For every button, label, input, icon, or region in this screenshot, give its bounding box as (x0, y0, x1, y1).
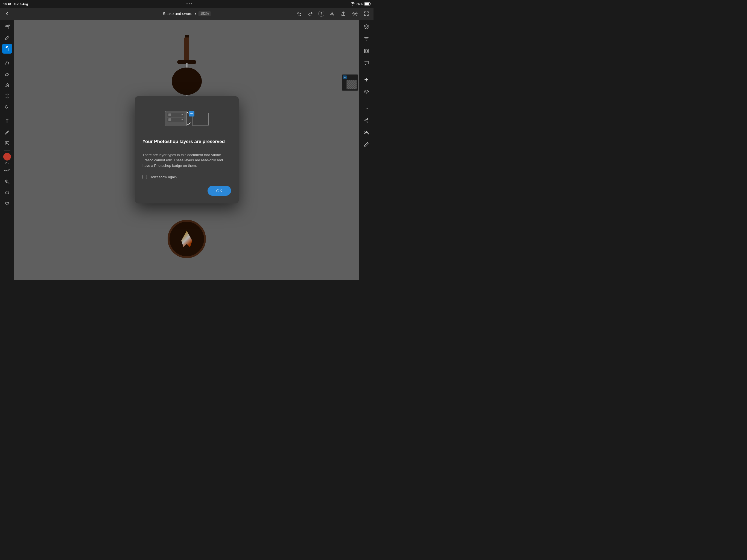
tool-transform[interactable] (2, 91, 12, 101)
dialog: fx fx (135, 96, 239, 204)
tool-pressure[interactable] (2, 166, 12, 176)
status-time: 18:48 (3, 2, 11, 6)
dialog-overlay: fx fx (14, 20, 359, 280)
tool-pen-bottom[interactable] (361, 139, 371, 149)
dot3 (191, 3, 192, 4)
canvas-area: fx fx (14, 20, 359, 280)
battery-fill (365, 3, 369, 5)
tool-fill[interactable] (2, 80, 12, 90)
settings-button[interactable] (351, 10, 359, 18)
status-right: 86% (351, 2, 370, 5)
tool-image[interactable] (2, 138, 12, 148)
tool-share-panel[interactable] (361, 116, 371, 125)
tool-comment[interactable] (361, 58, 371, 68)
status-bar: 18:48 Tue 8 Aug 86% (0, 0, 374, 8)
canvas-content: fx fx (14, 20, 359, 280)
back-button[interactable] (3, 10, 11, 18)
dot2 (189, 3, 190, 4)
svg-point-4 (8, 25, 10, 26)
svg-point-15 (365, 131, 366, 133)
share-button[interactable] (340, 10, 347, 18)
dialog-checkbox-row: Don't show again (143, 175, 231, 179)
redo-button[interactable] (307, 10, 314, 18)
tool-eraser[interactable] (2, 58, 12, 68)
separator-3 (4, 150, 10, 151)
tool-filters[interactable] (361, 34, 371, 44)
tool-lasso[interactable] (2, 102, 12, 112)
left-toolbar: T 2.5 (0, 20, 14, 280)
dont-show-again-checkbox[interactable] (143, 175, 147, 179)
tool-pixel-brush[interactable] (2, 22, 12, 32)
dialog-footer: OK (143, 186, 231, 196)
toolbar-right: ? (295, 10, 370, 18)
tool-visibility[interactable] (361, 87, 371, 97)
dialog-illustration: fx fx (143, 105, 231, 132)
zoom-level[interactable]: 152% (199, 11, 211, 16)
svg-rect-10 (365, 50, 367, 52)
tool-more-options[interactable]: ··· (361, 103, 371, 113)
toolbar-left (3, 10, 11, 18)
tool-add-layer[interactable] (361, 75, 371, 84)
svg-point-1 (354, 13, 356, 15)
undo-button[interactable] (295, 10, 303, 18)
fullscreen-button[interactable] (363, 10, 370, 18)
separator-1 (4, 56, 10, 56)
profile-button[interactable] (328, 10, 336, 18)
tool-pencil[interactable] (2, 33, 12, 43)
svg-point-0 (331, 12, 333, 14)
doc-title-chevron[interactable]: ▾ (195, 12, 196, 16)
layer-row-2: fx (168, 118, 184, 122)
top-toolbar: Snake and sword ▾ 152% ? (0, 8, 374, 20)
battery-percent: 86% (357, 2, 363, 5)
checker-board (192, 113, 209, 126)
svg-point-11 (366, 91, 367, 93)
right-separator-1 (363, 71, 370, 71)
status-time-date: 18:48 Tue 8 Aug (3, 1, 28, 6)
tool-liquify[interactable] (2, 187, 12, 198)
wifi-icon (351, 2, 355, 5)
color-swatch[interactable] (3, 153, 11, 160)
svg-rect-9 (364, 49, 368, 53)
layer-row-1: fx (168, 113, 184, 117)
battery-icon (364, 2, 370, 5)
ok-button[interactable]: OK (208, 186, 231, 196)
right-separator-2 (363, 100, 370, 100)
tool-layers[interactable] (361, 22, 371, 32)
dont-show-again-label[interactable]: Don't show again (150, 175, 177, 179)
tool-vector-pen[interactable] (2, 44, 12, 54)
toolbar-center: Snake and sword ▾ 152% (163, 11, 211, 16)
tool-eyedropper[interactable] (2, 127, 12, 137)
dialog-divider (143, 148, 231, 148)
dot1 (186, 3, 187, 4)
tool-fresco[interactable] (2, 199, 12, 208)
layers-panel-icon: fx fx (165, 111, 187, 126)
tool-zoom[interactable] (2, 177, 12, 186)
tool-text[interactable]: T (2, 117, 12, 126)
doc-title[interactable]: Snake and sword (163, 11, 192, 16)
dialog-body: There are layer types in this document t… (143, 152, 231, 169)
ps-badge: Ps (189, 111, 195, 117)
dialog-title: Your Photoshop layers are preserved (143, 139, 231, 144)
photoshop-icon: Ps (189, 111, 209, 126)
brush-size[interactable]: 2.5 (5, 161, 9, 164)
svg-point-16 (366, 131, 368, 133)
tool-frame[interactable] (361, 46, 371, 56)
tool-community[interactable] (361, 127, 371, 137)
tool-smudge[interactable] (2, 69, 12, 79)
status-date: Tue 8 Aug (14, 2, 28, 6)
help-button[interactable]: ? (318, 11, 324, 17)
right-toolbar: Ps ··· (359, 20, 374, 280)
status-center-dots (186, 3, 192, 4)
svg-point-5 (7, 46, 8, 47)
